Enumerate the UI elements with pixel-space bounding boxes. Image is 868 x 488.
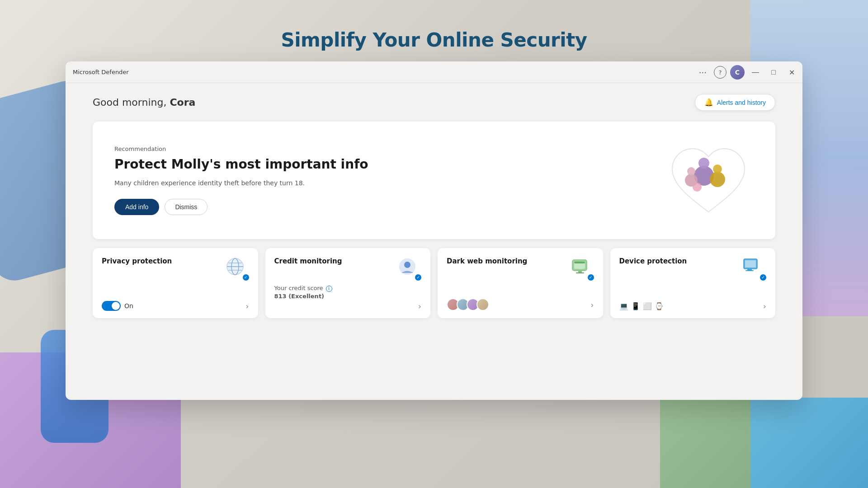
recommendation-label: Recommendation xyxy=(114,145,663,152)
greeting-name: Cora xyxy=(170,97,195,108)
toggle-container: On xyxy=(102,301,133,311)
check-badge-icon: ✓ xyxy=(587,273,595,282)
chevron-right-icon: › xyxy=(590,300,594,310)
app-window: Microsoft Defender ··· ? C — □ ✕ Good mo… xyxy=(66,61,802,400)
toggle-label: On xyxy=(124,302,133,310)
credit-score-value: 813 (Excellent) xyxy=(274,293,325,300)
credit-icon: ✓ xyxy=(398,257,421,281)
svg-rect-17 xyxy=(578,271,582,272)
card-header: Credit monitoring ✓ xyxy=(274,257,422,281)
chevron-right-icon: › xyxy=(418,301,421,311)
card-header: Privacy protection ✓ xyxy=(102,257,249,281)
svg-point-3 xyxy=(687,167,695,175)
credit-score-label: Your credit score xyxy=(274,285,325,291)
card-title: Credit monitoring xyxy=(274,257,398,266)
card-title: Privacy protection xyxy=(102,257,226,266)
family-avatars xyxy=(447,298,486,311)
user-avatar[interactable]: C xyxy=(730,65,745,80)
more-options-button[interactable]: ··· xyxy=(695,66,710,79)
chevron-right-icon: › xyxy=(245,301,249,311)
svg-point-4 xyxy=(710,172,725,187)
watch-icon: ⌚ xyxy=(655,302,664,310)
avatar-4 xyxy=(476,298,489,311)
app-name: Microsoft Defender xyxy=(73,69,129,75)
card-header: Device protection ✓ xyxy=(619,257,767,281)
card-footer: › xyxy=(447,298,594,311)
titlebar: Microsoft Defender ··· ? C — □ ✕ xyxy=(66,61,802,83)
svg-rect-18 xyxy=(576,272,584,273)
darkweb-icon: ✓ xyxy=(571,257,594,281)
recommendation-title: Protect Molly's most important info xyxy=(114,157,663,172)
header-row: Good morning, Cora 🔔 Alerts and history xyxy=(93,94,775,111)
privacy-icon: ✓ xyxy=(226,257,249,281)
card-footer: On › xyxy=(102,301,249,311)
check-badge-icon: ✓ xyxy=(242,273,250,282)
svg-point-1 xyxy=(698,158,709,169)
svg-rect-16 xyxy=(574,262,585,263)
help-button[interactable]: ? xyxy=(714,66,726,79)
close-button[interactable]: ✕ xyxy=(784,65,799,80)
card-footer: 💻 📱 ⬜ ⌚ › xyxy=(619,301,767,311)
alerts-button-label: Alerts and history xyxy=(717,99,766,106)
main-content: Good morning, Cora 🔔 Alerts and history … xyxy=(66,83,802,400)
maximize-button[interactable]: □ xyxy=(766,65,781,80)
privacy-protection-card[interactable]: Privacy protection ✓ xyxy=(93,248,258,318)
greeting-text: Good morning, xyxy=(93,97,170,108)
svg-point-6 xyxy=(693,183,702,192)
greeting: Good morning, Cora xyxy=(93,97,195,108)
device-icon: ✓ xyxy=(743,257,766,281)
feature-cards-grid: Privacy protection ✓ xyxy=(93,248,775,318)
check-badge-icon: ✓ xyxy=(414,273,422,282)
recommendation-card: Recommendation Protect Molly's most impo… xyxy=(93,122,775,239)
page-title: Simplify Your Online Security xyxy=(0,29,868,51)
laptop-icon: 💻 xyxy=(619,302,628,310)
tablet-icon: ⬜ xyxy=(643,302,652,310)
card-header: Dark web monitoring ✓ xyxy=(447,257,594,281)
dismiss-button[interactable]: Dismiss xyxy=(165,199,208,215)
credit-score-info: Your credit score i 813 (Excellent) xyxy=(274,284,422,300)
bell-icon: 🔔 xyxy=(704,98,713,107)
bg-shape-bottom-right xyxy=(750,398,868,488)
device-protection-card[interactable]: Device protection ✓ 💻 xyxy=(610,248,776,318)
info-icon[interactable]: i xyxy=(326,286,332,292)
card-title: Device protection xyxy=(619,257,743,266)
svg-rect-22 xyxy=(745,270,754,271)
recommendation-text: Recommendation Protect Molly's most impo… xyxy=(114,145,663,215)
titlebar-controls: ··· ? C — □ ✕ xyxy=(695,61,802,83)
dark-web-monitoring-card[interactable]: Dark web monitoring ✓ xyxy=(438,248,603,318)
check-badge-icon: ✓ xyxy=(759,273,767,282)
card-title: Dark web monitoring xyxy=(447,257,571,266)
card-footer: › xyxy=(274,301,422,311)
svg-point-13 xyxy=(404,262,410,268)
chevron-right-icon: › xyxy=(763,301,766,311)
phone-icon: 📱 xyxy=(631,302,640,310)
svg-rect-21 xyxy=(747,269,752,270)
minimize-button[interactable]: — xyxy=(748,65,763,80)
credit-monitoring-card[interactable]: Credit monitoring ✓ Your credit score i … xyxy=(265,248,431,318)
recommendation-description: Many children experience identity theft … xyxy=(114,178,663,188)
svg-rect-20 xyxy=(745,260,756,267)
privacy-toggle[interactable] xyxy=(102,301,121,311)
recommendation-illustration xyxy=(663,140,754,221)
device-icons: 💻 📱 ⬜ ⌚ xyxy=(619,302,664,310)
recommendation-actions: Add info Dismiss xyxy=(114,199,663,215)
alerts-history-button[interactable]: 🔔 Alerts and history xyxy=(695,94,775,111)
add-info-button[interactable]: Add info xyxy=(114,199,159,215)
svg-point-5 xyxy=(713,164,722,174)
